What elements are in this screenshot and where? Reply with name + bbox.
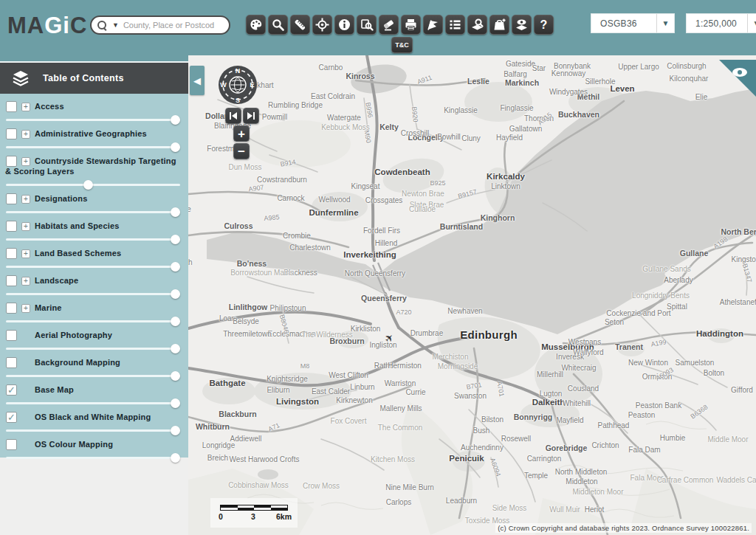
layer-label: OS Black and White Mapping (3, 412, 182, 422)
slider-track (6, 402, 180, 404)
zoom-out-button[interactable]: − (233, 143, 250, 159)
layer-transparency-slider[interactable] (6, 371, 180, 381)
measure-icon (293, 18, 307, 32)
identify-icon (360, 18, 374, 32)
zoom-in-button[interactable]: + (233, 125, 250, 142)
layer-checkbox[interactable]: ✓ (6, 412, 17, 423)
slider-knob[interactable] (171, 289, 180, 299)
map-palette-button[interactable] (246, 15, 266, 35)
map-canvas[interactable]: EdinburghDunfermlineKirkcaldyCowdenbeath… (188, 55, 756, 535)
expand-layer-button[interactable]: + (21, 103, 30, 111)
app-header: MAGiC ▼ ? T&C OSGB36 ▼ 1:250,000 ▼ (0, 0, 756, 55)
copyright-attribution: (c) Crown Copyright and database rights … (495, 523, 752, 533)
layers-icon (12, 70, 30, 86)
toc-title: Table of Contents (43, 73, 124, 83)
slider-track (6, 119, 180, 121)
toc-layer-access: +Access (3, 101, 182, 128)
layer-checkbox[interactable] (6, 303, 17, 314)
scale-bar: 0 3 6km (210, 498, 298, 528)
logo-part: MA (7, 13, 44, 38)
layer-checkbox[interactable]: ✓ (6, 384, 17, 396)
logo-part: Gi (44, 13, 70, 38)
layer-checkbox[interactable] (6, 248, 17, 259)
layer-transparency-slider[interactable] (6, 317, 180, 326)
basket-add-button[interactable] (489, 15, 509, 35)
identify-button[interactable] (357, 15, 377, 35)
layer-checkbox[interactable] (6, 439, 17, 450)
search-type-dropdown-icon[interactable]: ▼ (112, 21, 119, 29)
layer-eye-button[interactable] (512, 15, 532, 35)
print-icon (404, 18, 418, 32)
slider-knob[interactable] (171, 426, 180, 435)
list-button[interactable] (445, 15, 465, 35)
layer-search-button[interactable] (467, 15, 487, 35)
zoom-search-button[interactable] (268, 15, 288, 35)
expand-layer-button[interactable]: + (21, 304, 30, 313)
search-box[interactable]: ▼ (90, 15, 230, 35)
layer-transparency-slider[interactable] (6, 344, 180, 353)
compass-control[interactable]: N E S W (217, 64, 258, 106)
projection-value: OSGB36 (591, 18, 656, 29)
logo-part: C (70, 13, 87, 38)
slider-knob[interactable] (171, 262, 180, 272)
slider-knob[interactable] (171, 317, 180, 326)
map-scale-select[interactable]: 1:250,000 ▼ (686, 13, 756, 33)
help-button[interactable]: ? (534, 15, 554, 35)
layer-checkbox[interactable] (6, 156, 17, 167)
layer-label: Base Map (3, 384, 182, 395)
locate-button[interactable] (312, 15, 332, 35)
print-button[interactable] (401, 15, 421, 35)
info-button[interactable] (334, 15, 354, 35)
layer-checkbox[interactable] (6, 330, 17, 341)
layer-transparency-slider[interactable] (6, 426, 180, 435)
slider-track (6, 457, 180, 459)
expand-layer-button[interactable]: + (21, 130, 30, 139)
slider-knob[interactable] (171, 115, 180, 125)
toc-layer-habitats-and-species: +Habitats and Species (3, 221, 182, 248)
layer-transparency-slider[interactable] (6, 142, 180, 152)
layer-checkbox[interactable] (6, 193, 17, 204)
layer-checkbox[interactable] (6, 357, 17, 368)
slider-knob[interactable] (171, 371, 180, 381)
layer-transparency-slider[interactable] (6, 453, 180, 463)
eraser-button[interactable] (379, 15, 399, 35)
layer-transparency-slider[interactable] (6, 115, 180, 125)
expand-layer-button[interactable]: + (21, 195, 30, 204)
slider-knob[interactable] (171, 142, 180, 152)
expand-layer-button[interactable]: + (21, 249, 30, 258)
expand-layer-button[interactable]: + (21, 157, 30, 166)
terms-and-conditions-button[interactable]: T&C (391, 37, 413, 53)
previous-extent-button[interactable] (225, 108, 241, 124)
overview-map-toggle[interactable] (718, 60, 756, 98)
next-extent-button[interactable] (243, 108, 259, 124)
slider-knob[interactable] (83, 180, 93, 190)
slider-knob[interactable] (171, 207, 180, 217)
magic-map-app: MAGiC ▼ ? T&C OSGB36 ▼ 1:250,000 ▼ Table… (0, 0, 756, 535)
layer-transparency-slider[interactable] (6, 207, 180, 217)
search-icon (97, 21, 107, 30)
layer-transparency-slider[interactable] (6, 235, 180, 244)
layer-transparency-slider[interactable] (6, 289, 180, 299)
layer-checkbox[interactable] (6, 275, 17, 286)
search-input[interactable] (123, 21, 223, 30)
sidebar-collapse-button[interactable]: ◀ (190, 66, 205, 95)
layer-checkbox[interactable] (6, 128, 17, 139)
flag-button[interactable] (423, 15, 443, 35)
slider-knob[interactable] (171, 344, 180, 353)
slider-knob[interactable] (171, 398, 180, 408)
slider-track (6, 293, 180, 295)
layer-transparency-slider[interactable] (6, 180, 180, 190)
layer-checkbox[interactable] (6, 221, 17, 232)
layer-transparency-slider[interactable] (6, 398, 180, 408)
measure-button[interactable] (290, 15, 310, 35)
slider-knob[interactable] (171, 453, 180, 463)
slider-track (6, 375, 180, 377)
scale-label-mid: 3 (251, 512, 255, 521)
eraser-icon (382, 18, 396, 32)
slider-knob[interactable] (171, 235, 180, 244)
projection-select[interactable]: OSGB36 ▼ (591, 13, 675, 33)
layer-transparency-slider[interactable] (6, 262, 180, 272)
expand-layer-button[interactable]: + (21, 277, 30, 286)
layer-checkbox[interactable] (6, 101, 17, 112)
expand-layer-button[interactable]: + (21, 222, 30, 231)
